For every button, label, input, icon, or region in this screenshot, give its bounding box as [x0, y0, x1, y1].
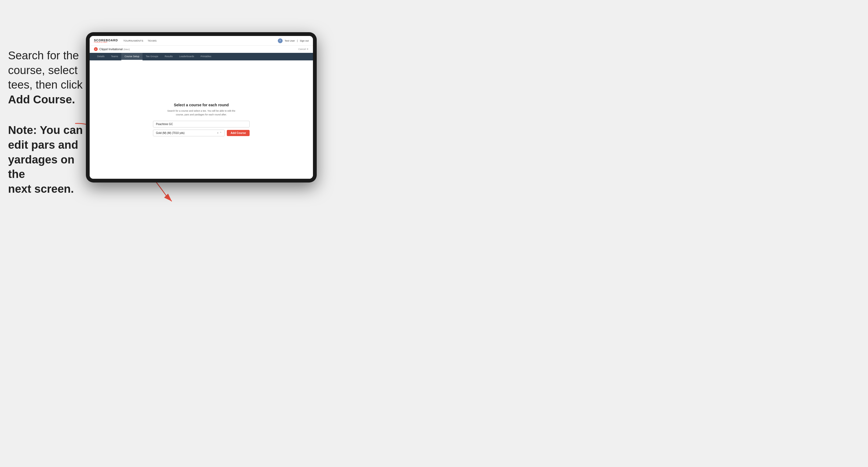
- main-content: Select a course for each round Search fo…: [90, 60, 313, 179]
- tab-tee-groups[interactable]: Tee Groups: [143, 53, 162, 60]
- tablet-screen: SCOREBOARD Powered by clippd TOURNAMENTS…: [90, 36, 313, 179]
- tab-teams[interactable]: Teams: [108, 53, 122, 60]
- tab-details[interactable]: Details: [94, 53, 108, 60]
- user-avatar: T: [278, 38, 283, 43]
- tee-select-row: Gold (M) (M) (7010 yds) × ⌃ Add Course: [153, 130, 250, 136]
- signout-link[interactable]: Sign out: [300, 39, 309, 42]
- tee-select-value: Gold (M) (M) (7010 yds): [156, 131, 185, 134]
- logo-sub: Powered by clippd: [94, 41, 118, 43]
- tab-navigation: Details Teams Course Setup Tee Groups Re…: [90, 53, 313, 60]
- course-form: Select a course for each round Search fo…: [153, 103, 250, 136]
- tablet-device: SCOREBOARD Powered by clippd TOURNAMENTS…: [86, 32, 317, 183]
- user-separator: |: [297, 39, 298, 42]
- tab-printables[interactable]: Printables: [197, 53, 214, 60]
- annotation-line1: Search for the course, select tees, then…: [8, 48, 83, 107]
- cancel-button[interactable]: Cancel ✕: [298, 48, 309, 51]
- tournament-bar: C Clippd Invitational (Men) Cancel ✕: [90, 45, 313, 53]
- course-search-input[interactable]: [153, 121, 250, 127]
- form-subtitle: Search for a course and select a tee. Yo…: [153, 109, 250, 117]
- tournament-name-text: Clippd Invitational: [99, 48, 123, 51]
- add-course-button[interactable]: Add Course: [227, 130, 250, 136]
- tournament-gender: (Men): [123, 48, 130, 51]
- tee-select-controls: × ⌃: [217, 131, 222, 134]
- user-area: T Test User | Sign out: [278, 38, 309, 43]
- nav-tournaments[interactable]: TOURNAMENTS: [123, 39, 143, 42]
- nav-links: TOURNAMENTS TEAMS: [123, 39, 156, 42]
- tab-results[interactable]: Results: [162, 53, 176, 60]
- left-annotation: Search for the course, select tees, then…: [8, 48, 83, 196]
- form-title: Select a course for each round: [153, 103, 250, 107]
- tee-select[interactable]: Gold (M) (M) (7010 yds) × ⌃: [153, 130, 225, 136]
- top-navigation: SCOREBOARD Powered by clippd TOURNAMENTS…: [90, 36, 313, 45]
- tournament-name: Clippd Invitational (Men): [99, 48, 130, 51]
- nav-teams[interactable]: TEAMS: [148, 39, 157, 42]
- tournament-icon: C: [94, 47, 98, 51]
- logo-area: SCOREBOARD Powered by clippd: [94, 39, 118, 43]
- chevron-icon[interactable]: ⌃: [220, 131, 222, 134]
- clear-icon[interactable]: ×: [217, 131, 218, 134]
- tab-course-setup[interactable]: Course Setup: [121, 53, 143, 60]
- tab-leaderboards[interactable]: Leaderboards: [176, 53, 197, 60]
- annotation-note: Note: You can edit pars and yardages on …: [8, 123, 83, 196]
- user-label: Test User: [285, 39, 295, 42]
